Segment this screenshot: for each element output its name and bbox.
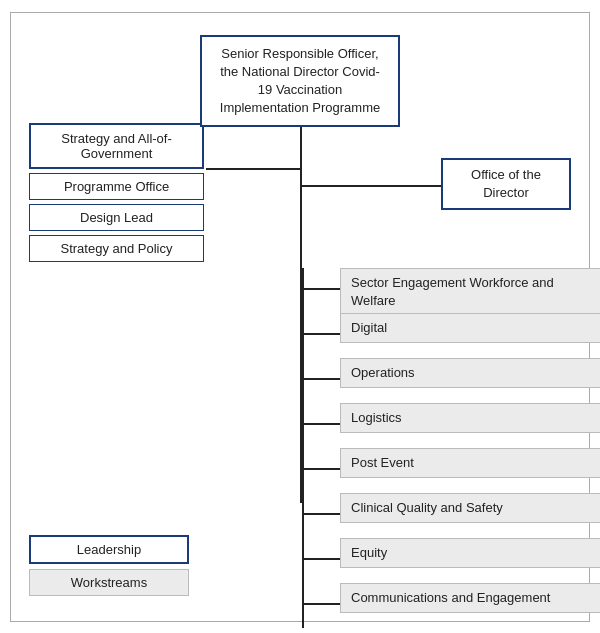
legend-leadership: Leadership: [29, 535, 189, 564]
ws-item-2: Operations: [340, 358, 600, 388]
ws-label-2: Operations: [351, 365, 415, 380]
ws-item-0: Sector Engagement Workforce and Welfare: [340, 268, 600, 316]
h-line-left: [206, 168, 300, 170]
legend-leadership-label: Leadership: [77, 542, 141, 557]
legend-section: Leadership Workstreams: [29, 535, 189, 596]
office-director-label: Office of the Director: [471, 167, 541, 200]
strategy-group-label: Strategy and All-of-Government: [61, 131, 172, 161]
ws-label-4: Post Event: [351, 455, 414, 470]
ws-h-line-5: [302, 513, 340, 515]
ws-item-1: Digital: [340, 313, 600, 343]
design-lead-label: Design Lead: [80, 210, 153, 225]
programme-office-box: Programme Office: [29, 173, 204, 200]
ws-h-line-2: [302, 378, 340, 380]
strategy-group-box: Strategy and All-of-Government: [29, 123, 204, 169]
top-title: Senior Responsible Officer, the National…: [220, 46, 380, 116]
top-box: Senior Responsible Officer, the National…: [200, 35, 400, 128]
ws-item-6: Equity: [340, 538, 600, 568]
ws-label-7: Communications and Engagement: [351, 590, 550, 605]
right-vertical-line: [302, 268, 304, 628]
programme-office-label: Programme Office: [64, 179, 169, 194]
ws-item-7: Communications and Engagement: [340, 583, 600, 613]
left-section: Strategy and All-of-Government Programme…: [29, 123, 204, 266]
ws-item-4: Post Event: [340, 448, 600, 478]
ws-h-line-7: [302, 603, 340, 605]
ws-h-line-1: [302, 333, 340, 335]
ws-item-5: Clinical Quality and Safety: [340, 493, 600, 523]
strategy-policy-box: Strategy and Policy: [29, 235, 204, 262]
h-line-right-office: [302, 185, 453, 187]
ws-label-1: Digital: [351, 320, 387, 335]
ws-label-5: Clinical Quality and Safety: [351, 500, 503, 515]
ws-label-3: Logistics: [351, 410, 402, 425]
org-chart: Senior Responsible Officer, the National…: [10, 12, 590, 622]
ws-h-line-4: [302, 468, 340, 470]
office-director-box: Office of the Director: [441, 158, 571, 210]
strategy-policy-label: Strategy and Policy: [60, 241, 172, 256]
ws-h-line-6: [302, 558, 340, 560]
ws-label-0: Sector Engagement Workforce and Welfare: [351, 275, 554, 308]
legend-workstreams: Workstreams: [29, 569, 189, 596]
ws-h-line-3: [302, 423, 340, 425]
ws-h-line-0: [302, 288, 340, 290]
ws-item-3: Logistics: [340, 403, 600, 433]
legend-workstreams-label: Workstreams: [71, 575, 147, 590]
ws-label-6: Equity: [351, 545, 387, 560]
design-lead-box: Design Lead: [29, 204, 204, 231]
